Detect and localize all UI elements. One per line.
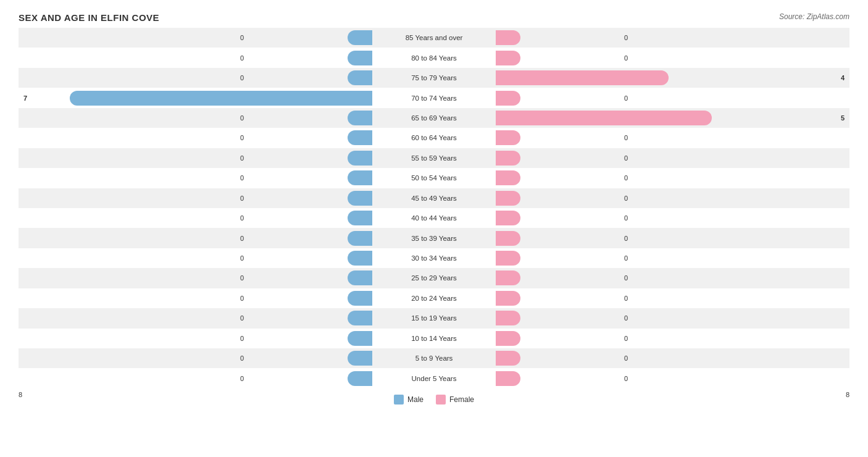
left-side: 0 xyxy=(19,128,372,148)
right-side: 0 xyxy=(496,308,849,328)
left-side: 0 xyxy=(19,48,372,67)
age-label: 75 to 79 Years xyxy=(372,74,496,82)
chart-container: SEX AND AGE IN ELFIN COVE Source: ZipAtl… xyxy=(0,0,868,457)
left-side: 0 xyxy=(19,368,372,388)
male-bar xyxy=(348,331,372,346)
legend-female-box xyxy=(436,395,446,405)
male-bar xyxy=(348,130,372,145)
female-bar xyxy=(496,371,520,386)
female-value-zero: 0 xyxy=(624,314,628,322)
bar-row: 0 Under 5 Years 0 xyxy=(19,368,849,388)
left-side: 0 xyxy=(19,348,372,368)
bars-wrapper: 0 85 Years and over 0 0 80 to 84 Years 0… xyxy=(19,28,849,388)
female-bar xyxy=(496,231,520,246)
female-bar xyxy=(496,291,520,306)
male-bar xyxy=(348,170,372,185)
age-label: 10 to 14 Years xyxy=(372,335,496,342)
right-side: 5 xyxy=(496,108,849,128)
female-bar xyxy=(496,251,520,266)
age-label: 40 to 44 Years xyxy=(372,214,496,222)
male-value-zero: 0 xyxy=(240,34,244,41)
female-bar xyxy=(496,331,520,346)
male-value-zero: 0 xyxy=(240,195,244,202)
male-bar xyxy=(348,371,372,386)
female-value-zero: 0 xyxy=(624,375,628,382)
legend: Male Female xyxy=(394,395,474,405)
age-label: 25 to 29 Years xyxy=(372,274,496,282)
age-label: 65 to 69 Years xyxy=(372,114,496,122)
male-value-zero: 0 xyxy=(240,274,244,282)
right-side: 0 xyxy=(496,329,849,348)
male-bar xyxy=(348,111,372,125)
bar-row: 0 65 to 69 Years 5 xyxy=(19,108,849,128)
bar-row: 0 55 to 59 Years 0 xyxy=(19,148,849,168)
male-bar xyxy=(348,191,372,206)
male-bar xyxy=(348,51,372,65)
right-side: 0 xyxy=(496,28,849,48)
left-side: 0 xyxy=(19,148,372,168)
age-label: 55 to 59 Years xyxy=(372,154,496,162)
female-bar xyxy=(496,111,712,125)
right-side: 0 xyxy=(496,208,849,228)
female-bar xyxy=(496,151,520,166)
right-side: 0 xyxy=(496,228,849,248)
female-value-zero: 0 xyxy=(624,274,628,282)
left-side: 0 xyxy=(19,228,372,248)
female-value-zero: 0 xyxy=(624,94,628,102)
male-value-zero: 0 xyxy=(240,295,244,302)
right-side: 0 xyxy=(496,348,849,368)
male-value-zero: 0 xyxy=(240,54,244,62)
male-value-zero: 0 xyxy=(240,134,244,141)
right-side: 0 xyxy=(496,188,849,208)
right-side: 0 xyxy=(496,248,849,268)
male-bar xyxy=(70,91,372,106)
bar-row: 0 30 to 34 Years 0 xyxy=(19,248,849,268)
left-side: 0 xyxy=(19,308,372,328)
age-label: 80 to 84 Years xyxy=(372,54,496,62)
male-value-zero: 0 xyxy=(240,375,244,382)
left-side: 0 xyxy=(19,268,372,288)
age-label: 60 to 64 Years xyxy=(372,134,496,141)
male-value-zero: 0 xyxy=(240,254,244,262)
male-bar xyxy=(348,30,372,45)
female-bar xyxy=(496,30,520,45)
female-bar xyxy=(496,70,669,85)
bar-row: 7 70 to 74 Years 0 xyxy=(19,88,849,107)
male-value-zero: 0 xyxy=(240,74,244,82)
chart-title: SEX AND AGE IN ELFIN COVE xyxy=(19,12,849,23)
male-value-zero: 0 xyxy=(240,114,244,122)
male-bar xyxy=(348,151,372,166)
right-side: 0 xyxy=(496,268,849,288)
left-side: 0 xyxy=(19,168,372,188)
age-label: 5 to 9 Years xyxy=(372,354,496,362)
female-value-zero: 0 xyxy=(624,154,628,162)
age-label: 30 to 34 Years xyxy=(372,254,496,262)
chart-area: 0 85 Years and over 0 0 80 to 84 Years 0… xyxy=(19,28,849,405)
female-bar xyxy=(496,91,520,106)
bar-row: 0 40 to 44 Years 0 xyxy=(19,208,849,228)
left-side: 0 xyxy=(19,288,372,308)
age-label: 70 to 74 Years xyxy=(372,94,496,102)
female-value: 4 xyxy=(841,74,845,82)
male-value-zero: 0 xyxy=(240,154,244,162)
male-bar xyxy=(348,351,372,366)
male-bar xyxy=(348,231,372,246)
legend-male-label: Male xyxy=(407,395,424,404)
male-bar xyxy=(348,270,372,285)
male-value-zero: 0 xyxy=(240,354,244,362)
male-bar xyxy=(348,251,372,266)
female-value-zero: 0 xyxy=(624,214,628,222)
bar-row: 0 60 to 64 Years 0 xyxy=(19,128,849,148)
female-bar xyxy=(496,130,520,145)
left-side: 0 xyxy=(19,108,372,128)
legend-male: Male xyxy=(394,395,424,405)
bar-row: 0 5 to 9 Years 0 xyxy=(19,348,849,368)
right-side: 0 xyxy=(496,168,849,188)
right-side: 0 xyxy=(496,88,849,107)
left-side: 0 xyxy=(19,28,372,48)
axis-right-val: 8 xyxy=(846,391,849,405)
age-label: 50 to 54 Years xyxy=(372,174,496,182)
female-bar xyxy=(496,211,520,225)
left-side: 0 xyxy=(19,248,372,268)
female-value-zero: 0 xyxy=(624,54,628,62)
